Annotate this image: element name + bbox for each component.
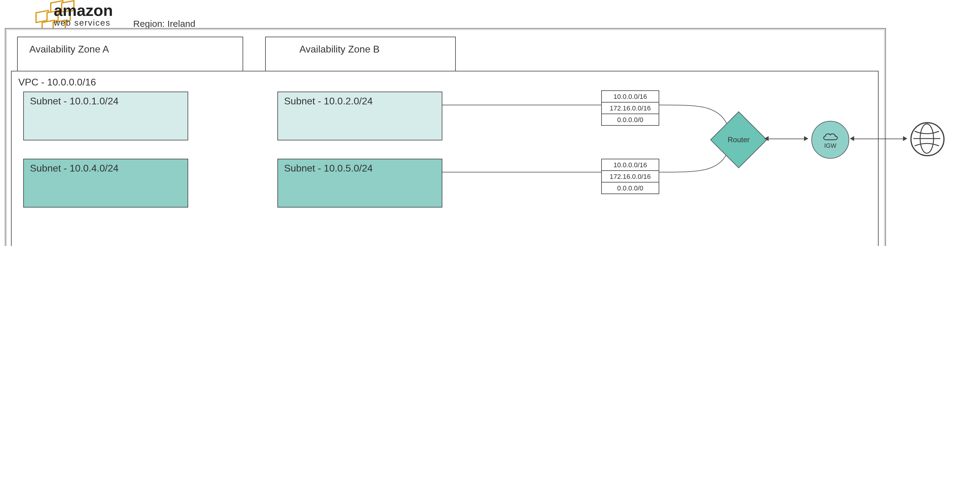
subnet-b2: Subnet - 10.0.5.0/24 — [277, 159, 442, 208]
rt-top-row-2: 172.16.0.0/16 — [602, 103, 659, 114]
cloud-icon — [822, 131, 839, 142]
vpc-label: VPC - 10.0.0.0/16 — [18, 77, 96, 88]
arrow-router-igw — [767, 138, 805, 139]
rt-bot-row-1: 10.0.0.0/16 — [602, 159, 659, 171]
rt-bot-row-2: 172.16.0.0/16 — [602, 171, 659, 183]
route-table-bottom: 10.0.0.0/16 172.16.0.0/16 0.0.0.0/0 — [601, 159, 659, 194]
rt-top-row-1: 10.0.0.0/16 — [602, 91, 659, 103]
az-a-label: Availability Zone A — [29, 44, 109, 55]
rt-top-row-3: 0.0.0.0/0 — [602, 114, 659, 125]
az-b-label: Availability Zone B — [299, 44, 380, 55]
subnet-a2: Subnet - 10.0.4.0/24 — [23, 159, 188, 208]
globe-icon — [910, 122, 945, 156]
brand-line-1: amazon — [54, 4, 113, 18]
igw-label: IGW — [824, 142, 837, 149]
diagram-canvas: amazon web services Region: Ireland Avai… — [0, 0, 980, 246]
subnet-b1: Subnet - 10.0.2.0/24 — [277, 92, 442, 140]
subnet-a1: Subnet - 10.0.1.0/24 — [23, 92, 188, 140]
rt-bot-row-3: 0.0.0.0/0 — [602, 183, 659, 194]
igw-node: IGW — [811, 121, 849, 159]
route-table-top: 10.0.0.0/16 172.16.0.0/16 0.0.0.0/0 — [601, 90, 659, 126]
brand-line-2: web services — [54, 18, 113, 28]
aws-brand-text: amazon web services — [54, 4, 113, 28]
arrow-igw-globe — [853, 138, 904, 139]
region-label: Region: Ireland — [133, 18, 196, 29]
router-label: Router — [728, 135, 750, 144]
